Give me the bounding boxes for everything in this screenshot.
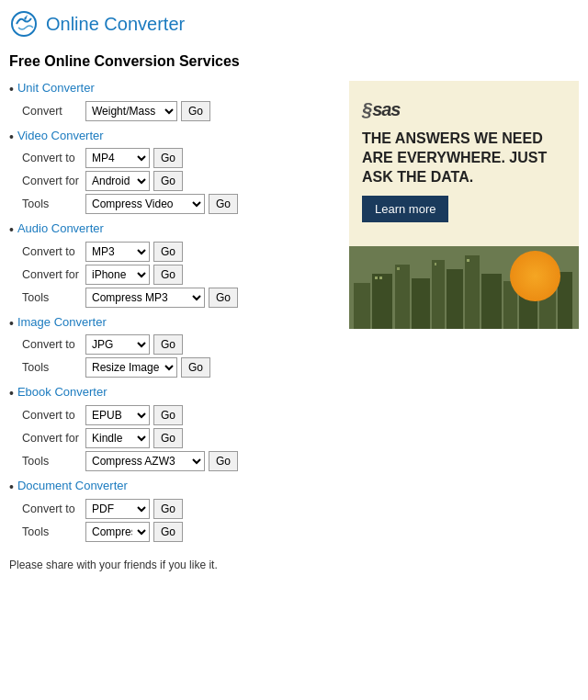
row-ebook-2: ToolsCompress AZW3Merge EbookGo bbox=[22, 451, 334, 471]
select-audio-0[interactable]: MP3WAVAACFLAC bbox=[85, 242, 150, 262]
row-label-video-1: Convert for bbox=[22, 175, 82, 187]
svg-rect-18 bbox=[467, 259, 469, 262]
row-label-ebook-2: Tools bbox=[22, 455, 82, 468]
section-title-audio[interactable]: Audio Converter bbox=[17, 221, 104, 235]
ad-tagline: THE ANSWERS WE NEED ARE EVERYWHERE. JUST… bbox=[362, 130, 566, 186]
section-title-video[interactable]: Video Converter bbox=[17, 129, 104, 142]
svg-rect-2 bbox=[354, 283, 370, 329]
section-ebook: •Ebook ConverterConvert toEPUBMOBIPDFAZW… bbox=[9, 385, 334, 471]
select-unit-0[interactable]: Weight/MassLengthTemperature bbox=[85, 101, 177, 121]
select-video-1[interactable]: AndroidiPhoneiPad bbox=[85, 171, 150, 191]
select-ebook-1[interactable]: KindleKoboNook bbox=[85, 428, 150, 448]
section-title-document[interactable]: Document Converter bbox=[17, 479, 128, 492]
section-title-unit[interactable]: Unit Converter bbox=[17, 81, 95, 95]
bullet-dot: • bbox=[9, 479, 14, 497]
svg-rect-15 bbox=[379, 277, 382, 279]
bullet-dot: • bbox=[9, 129, 14, 147]
section-rows-audio: Convert toMP3WAVAACFLACGoConvert foriPho… bbox=[9, 242, 334, 308]
section-rows-ebook: Convert toEPUBMOBIPDFAZW3GoConvert forKi… bbox=[9, 405, 334, 471]
row-video-2: ToolsCompress VideoCut VideoMerge VideoG… bbox=[22, 194, 334, 214]
section-title-ebook[interactable]: Ebook Converter bbox=[17, 385, 107, 399]
ad-panel: §sas THE ANSWERS WE NEED ARE EVERYWHERE.… bbox=[349, 81, 579, 549]
go-button-video-0[interactable]: Go bbox=[153, 148, 183, 168]
select-image-1[interactable]: Resize ImageCrop ImageCompress Image bbox=[85, 357, 177, 378]
bullet-dot: • bbox=[9, 385, 14, 403]
svg-rect-9 bbox=[481, 274, 502, 329]
section-rows-document: Convert toPDFDOCDOCXTXTGoToolsCompress P… bbox=[9, 499, 334, 542]
bullet-audio: •Audio Converter bbox=[9, 221, 334, 240]
go-button-ebook-2[interactable]: Go bbox=[209, 451, 238, 471]
page-title: Free Online Conversion Services bbox=[9, 53, 579, 70]
ad-learn-button[interactable]: Learn more bbox=[362, 196, 448, 222]
section-rows-unit: ConvertWeight/MassLengthTemperatureGo bbox=[9, 101, 334, 121]
go-button-audio-1[interactable]: Go bbox=[153, 265, 183, 285]
row-ebook-0: Convert toEPUBMOBIPDFAZW3Go bbox=[22, 405, 334, 425]
go-button-document-0[interactable]: Go bbox=[153, 499, 183, 519]
select-ebook-0[interactable]: EPUBMOBIPDFAZW3 bbox=[85, 405, 150, 425]
main-layout: •Unit ConverterConvertWeight/MassLengthT… bbox=[9, 81, 579, 549]
svg-rect-6 bbox=[432, 260, 445, 329]
go-button-audio-0[interactable]: Go bbox=[153, 242, 183, 262]
row-image-0: Convert toJPGPNGGIFBMPGo bbox=[22, 334, 334, 355]
go-button-audio-2[interactable]: Go bbox=[209, 288, 238, 308]
row-document-0: Convert toPDFDOCDOCXTXTGo bbox=[22, 499, 334, 519]
ad-box: §sas THE ANSWERS WE NEED ARE EVERYWHERE.… bbox=[349, 81, 579, 329]
svg-rect-4 bbox=[395, 265, 410, 329]
go-button-image-0[interactable]: Go bbox=[153, 334, 183, 355]
svg-rect-17 bbox=[435, 263, 436, 265]
logo-icon bbox=[9, 9, 39, 39]
row-label-image-0: Convert to bbox=[22, 338, 82, 351]
select-video-0[interactable]: MP4AVIMOVMKV bbox=[85, 148, 150, 168]
row-label-video-0: Convert to bbox=[22, 152, 82, 164]
ad-sun bbox=[510, 251, 560, 301]
section-video: •Video ConverterConvert toMP4AVIMOVMKVGo… bbox=[9, 129, 334, 215]
go-button-video-1[interactable]: Go bbox=[153, 171, 183, 191]
row-ebook-1: Convert forKindleKoboNookGo bbox=[22, 428, 334, 448]
go-button-ebook-0[interactable]: Go bbox=[153, 405, 183, 425]
bullet-dot: • bbox=[9, 81, 14, 99]
row-audio-0: Convert toMP3WAVAACFLACGo bbox=[22, 242, 334, 262]
row-video-1: Convert forAndroidiPhoneiPadGo bbox=[22, 171, 334, 191]
section-rows-image: Convert toJPGPNGGIFBMPGoToolsResize Imag… bbox=[9, 334, 334, 378]
left-panel: •Unit ConverterConvertWeight/MassLengthT… bbox=[9, 81, 334, 549]
svg-point-0 bbox=[12, 12, 36, 36]
row-label-audio-0: Convert to bbox=[22, 245, 82, 258]
row-label-audio-1: Convert for bbox=[22, 268, 82, 281]
go-button-image-1[interactable]: Go bbox=[181, 357, 210, 378]
bullet-ebook: •Ebook Converter bbox=[9, 385, 334, 403]
go-button-unit-0[interactable]: Go bbox=[181, 101, 210, 121]
select-document-0[interactable]: PDFDOCDOCXTXT bbox=[85, 499, 150, 519]
go-button-video-2[interactable]: Go bbox=[209, 194, 238, 214]
section-title-image[interactable]: Image Converter bbox=[17, 315, 107, 329]
select-ebook-2[interactable]: Compress AZW3Merge Ebook bbox=[85, 451, 205, 471]
svg-rect-16 bbox=[397, 267, 400, 270]
site-title: Online Converter bbox=[46, 14, 185, 35]
row-audio-2: ToolsCompress MP3Cut MP3Merge MP3Go bbox=[22, 288, 334, 308]
section-document: •Document ConverterConvert toPDFDOCDOCXT… bbox=[9, 479, 334, 542]
select-audio-1[interactable]: iPhoneAndroidiPad bbox=[85, 265, 150, 285]
bullet-document: •Document Converter bbox=[9, 479, 334, 497]
row-label-document-1: Tools bbox=[22, 525, 82, 538]
go-button-document-1[interactable]: Go bbox=[153, 522, 183, 542]
svg-rect-3 bbox=[372, 274, 392, 329]
row-audio-1: Convert foriPhoneAndroidiPadGo bbox=[22, 265, 334, 285]
page-header: Online Converter bbox=[9, 9, 579, 42]
row-label-document-0: Convert to bbox=[22, 502, 82, 515]
go-button-ebook-1[interactable]: Go bbox=[153, 428, 183, 448]
select-document-1[interactable]: Compress PDFMerge PDFSplit PDF bbox=[85, 522, 150, 542]
bullet-video: •Video Converter bbox=[9, 129, 334, 147]
select-image-0[interactable]: JPGPNGGIFBMP bbox=[85, 334, 150, 355]
select-video-2[interactable]: Compress VideoCut VideoMerge Video bbox=[85, 194, 205, 214]
ad-logo: §sas bbox=[362, 94, 566, 122]
row-document-1: ToolsCompress PDFMerge PDFSplit PDFGo bbox=[22, 522, 334, 542]
row-label-video-2: Tools bbox=[22, 198, 82, 210]
svg-rect-7 bbox=[447, 269, 463, 329]
svg-rect-8 bbox=[465, 255, 480, 329]
section-audio: •Audio ConverterConvert toMP3WAVAACFLACG… bbox=[9, 221, 334, 308]
row-label-audio-2: Tools bbox=[22, 291, 82, 304]
section-unit: •Unit ConverterConvertWeight/MassLengthT… bbox=[9, 81, 334, 121]
bullet-dot: • bbox=[9, 315, 14, 333]
select-audio-2[interactable]: Compress MP3Cut MP3Merge MP3 bbox=[85, 288, 205, 308]
bullet-dot: • bbox=[9, 221, 14, 240]
row-video-0: Convert toMP4AVIMOVMKVGo bbox=[22, 148, 334, 168]
